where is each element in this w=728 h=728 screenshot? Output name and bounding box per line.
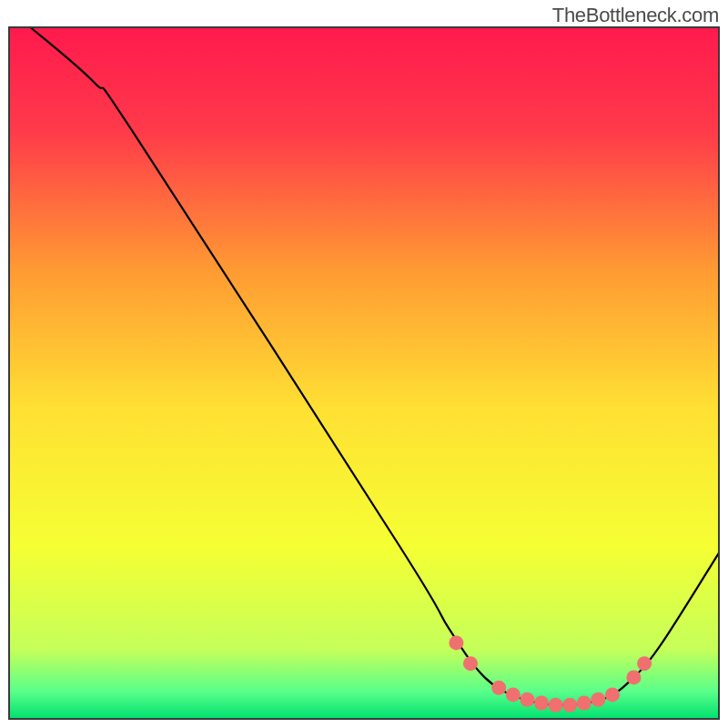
data-marker [520, 693, 534, 707]
chart-container: TheBottleneck.com [0, 0, 728, 728]
data-marker [626, 670, 641, 684]
watermark-text: TheBottleneck.com [552, 4, 719, 27]
data-marker [605, 687, 620, 702]
bottleneck-chart [0, 0, 728, 728]
data-marker [562, 698, 577, 713]
data-marker [506, 687, 521, 702]
data-marker [463, 656, 478, 671]
gradient-background [9, 27, 719, 719]
data-marker [491, 681, 506, 695]
data-marker [591, 693, 605, 707]
data-marker [534, 696, 549, 711]
data-marker [637, 656, 652, 671]
data-marker [577, 696, 592, 711]
data-marker [549, 698, 563, 713]
data-marker [449, 635, 463, 650]
